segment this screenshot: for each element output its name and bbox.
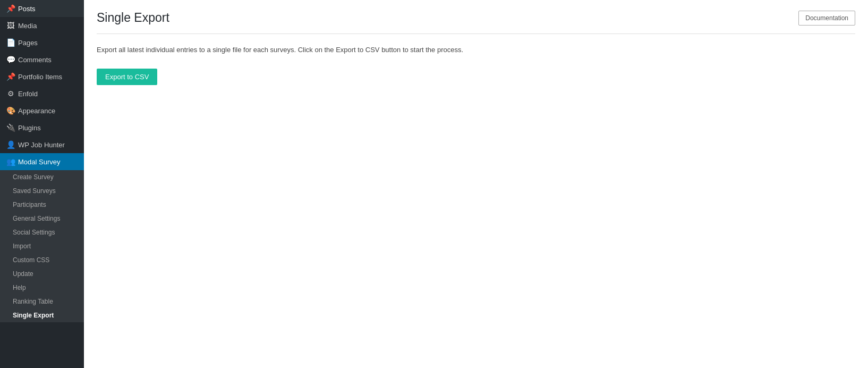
sidebar-subitem-single-export[interactable]: Single Export — [0, 308, 84, 322]
export-to-csv-button[interactable]: Export to CSV — [97, 69, 157, 85]
sidebar-item-wp-job-hunter[interactable]: 👤WP Job Hunter — [0, 136, 84, 153]
sidebar-item-label-media: Media — [18, 22, 37, 30]
sidebar-item-plugins[interactable]: 🔌Plugins — [0, 119, 84, 136]
sidebar-item-pages[interactable]: 📄Pages — [0, 34, 84, 51]
portfolio-items-icon: 📌 — [6, 72, 15, 81]
sidebar-item-label-enfold: Enfold — [18, 90, 38, 98]
sidebar-item-enfold[interactable]: ⚙Enfold — [0, 85, 84, 102]
sidebar-item-label-portfolio-items: Portfolio Items — [18, 73, 62, 81]
sidebar-subitem-update[interactable]: Update — [0, 267, 84, 281]
main-content: Documentation Single Export Export all l… — [84, 0, 868, 368]
sidebar-subitem-ranking-table[interactable]: Ranking Table — [0, 295, 84, 308]
sidebar-item-label-wp-job-hunter: WP Job Hunter — [18, 141, 65, 149]
wp-job-hunter-icon: 👤 — [6, 140, 15, 149]
sidebar-subitem-create-survey[interactable]: Create Survey — [0, 170, 84, 184]
sidebar-subitem-custom-css[interactable]: Custom CSS — [0, 253, 84, 267]
documentation-button[interactable]: Documentation — [798, 11, 855, 26]
sidebar-item-label-modal-survey: Modal Survey — [18, 158, 60, 166]
sidebar-item-posts[interactable]: 📌Posts — [0, 0, 84, 17]
sidebar-item-portfolio-items[interactable]: 📌Portfolio Items — [0, 68, 84, 85]
plugins-icon: 🔌 — [6, 123, 15, 132]
enfold-icon: ⚙ — [6, 89, 15, 98]
sidebar-item-label-appearance: Appearance — [18, 107, 55, 115]
sidebar-items: 📌Posts🖼Media📄Pages💬Comments📌Portfolio It… — [0, 0, 84, 322]
sidebar-item-modal-survey[interactable]: 👥Modal Survey — [0, 153, 84, 170]
sidebar-item-label-posts: Posts — [18, 5, 36, 13]
sidebar-item-label-comments: Comments — [18, 56, 52, 64]
comments-icon: 💬 — [6, 55, 15, 64]
pages-icon: 📄 — [6, 38, 15, 47]
sidebar-item-media[interactable]: 🖼Media — [0, 17, 84, 34]
sidebar-item-appearance[interactable]: 🎨Appearance — [0, 102, 84, 119]
posts-icon: 📌 — [6, 4, 15, 13]
modal-survey-icon: 👥 — [6, 157, 15, 166]
sidebar-item-label-plugins: Plugins — [18, 124, 41, 132]
page-title: Single Export — [97, 11, 855, 25]
sidebar-item-comments[interactable]: 💬Comments — [0, 51, 84, 68]
page-description: Export all latest individual entries to … — [97, 45, 855, 56]
page-divider — [97, 34, 855, 34]
sidebar-submenu: Create SurveySaved SurveysParticipantsGe… — [0, 170, 84, 322]
sidebar-subitem-import[interactable]: Import — [0, 239, 84, 253]
appearance-icon: 🎨 — [6, 106, 15, 115]
sidebar-subitem-general-settings[interactable]: General Settings — [0, 212, 84, 225]
sidebar-subitem-participants[interactable]: Participants — [0, 198, 84, 212]
media-icon: 🖼 — [6, 21, 15, 30]
sidebar-subitem-saved-surveys[interactable]: Saved Surveys — [0, 184, 84, 198]
sidebar-subitem-help[interactable]: Help — [0, 281, 84, 295]
sidebar-item-label-pages: Pages — [18, 39, 38, 47]
sidebar: 📌Posts🖼Media📄Pages💬Comments📌Portfolio It… — [0, 0, 84, 368]
sidebar-subitem-social-settings[interactable]: Social Settings — [0, 225, 84, 239]
active-indicator — [73, 157, 78, 166]
